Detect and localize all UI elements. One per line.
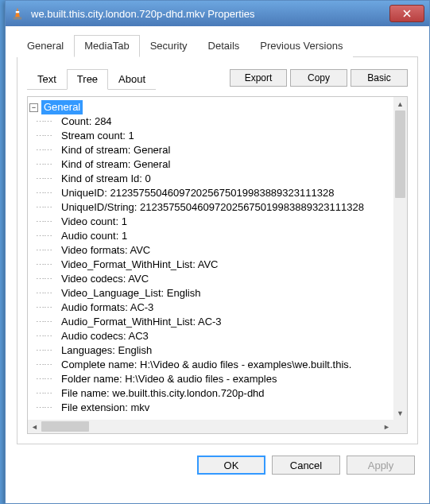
tree-connector-icon: ⋯⋯ <box>36 172 56 186</box>
inner-tab-bar: Text Tree About <box>27 68 156 90</box>
tree-connector-icon: ⋯⋯ <box>36 286 56 300</box>
close-icon <box>403 10 411 17</box>
tree-connector-icon: ⋯⋯ <box>36 186 56 200</box>
tree-item[interactable]: ⋯⋯Kind of stream: General <box>36 143 392 157</box>
tree-connector-icon: ⋯⋯ <box>36 401 56 415</box>
tree-content: − General ⋯⋯Count: 284⋯⋯Stream count: 1⋯… <box>28 97 393 420</box>
tree-item[interactable]: ⋯⋯Video codecs: AVC <box>36 272 392 286</box>
hscroll-track[interactable] <box>41 420 380 433</box>
vscroll-thumb[interactable] <box>395 110 405 198</box>
copy-button[interactable]: Copy <box>290 69 347 87</box>
tree-item[interactable]: ⋯⋯Stream count: 1 <box>36 129 392 143</box>
content-area: General MediaTab Security Details Previo… <box>6 26 429 444</box>
tree-item-label: Complete name: H:\Video & audio files - … <box>61 358 351 372</box>
tree-view[interactable]: − General ⋯⋯Count: 284⋯⋯Stream count: 1⋯… <box>27 96 408 434</box>
tree-item[interactable]: ⋯⋯Audio count: 1 <box>36 229 392 243</box>
vertical-scrollbar[interactable]: ▲ ▼ <box>393 97 407 420</box>
tree-connector-icon: ⋯⋯ <box>36 372 56 386</box>
tree-item-label: Stream count: 1 <box>61 129 134 143</box>
tree-item-label: Audio formats: AC-3 <box>61 300 153 315</box>
cancel-button[interactable]: Cancel <box>272 456 340 475</box>
svg-rect-1 <box>14 17 22 20</box>
close-button[interactable] <box>389 5 424 22</box>
tree-item[interactable]: ⋯⋯File name: we.built.this.city.london.7… <box>36 386 392 401</box>
basic-button[interactable]: Basic <box>351 69 408 87</box>
scroll-right-icon[interactable]: ► <box>380 420 393 433</box>
tree-item-label: Video_Language_List: English <box>61 286 200 300</box>
tree-item-label: Audio count: 1 <box>61 229 127 243</box>
tree-item-label: Kind of stream Id: 0 <box>61 172 151 186</box>
tree-item-label: Kind of stream: General <box>61 143 170 157</box>
action-button-row: Export Copy Basic <box>230 69 408 87</box>
tab-security[interactable]: Security <box>140 35 198 57</box>
tree-item-label: Audio_Format_WithHint_List: AC-3 <box>61 315 222 329</box>
tree-item-label: Kind of stream: General <box>61 157 170 172</box>
mediatab-panel: Text Tree About Export Copy Basic − Gene… <box>17 57 418 444</box>
tree-item-label: Folder name: H:\Video & audio files - ex… <box>61 372 277 386</box>
tree-item-label: UniqueID/String: 21235755046097202567501… <box>61 200 364 215</box>
tree-item[interactable]: ⋯⋯Count: 284 <box>36 114 392 129</box>
tree-item[interactable]: ⋯⋯UniqueID/String: 212357550460972025675… <box>36 200 392 215</box>
tree-connector-icon: ⋯⋯ <box>36 315 56 329</box>
tree-connector-icon: ⋯⋯ <box>36 329 56 343</box>
tree-item[interactable]: ⋯⋯Kind of stream: General <box>36 157 392 172</box>
svg-rect-0 <box>16 11 20 13</box>
tab-mediatab[interactable]: MediaTab <box>74 35 139 57</box>
tree-item[interactable]: ⋯⋯Video_Language_List: English <box>36 286 392 300</box>
tree-item-label: Video codecs: AVC <box>61 272 149 286</box>
dialog-button-row: OK Cancel Apply <box>6 444 429 487</box>
tree-children: ⋯⋯Count: 284⋯⋯Stream count: 1⋯⋯Kind of s… <box>29 114 392 415</box>
tree-connector-icon: ⋯⋯ <box>36 114 56 129</box>
tree-item[interactable]: ⋯⋯File extension: mkv <box>36 401 392 415</box>
tree-root-label[interactable]: General <box>41 100 83 114</box>
tree-connector-icon: ⋯⋯ <box>36 157 56 172</box>
inner-tab-about[interactable]: About <box>108 69 156 90</box>
vscroll-track[interactable] <box>393 110 407 406</box>
apply-button: Apply <box>347 456 415 475</box>
tree-item-label: Count: 284 <box>61 114 112 129</box>
hscroll-thumb[interactable] <box>41 421 89 432</box>
tree-item[interactable]: ⋯⋯Kind of stream Id: 0 <box>36 172 392 186</box>
tree-item-label: Audio codecs: AC3 <box>61 329 149 343</box>
tab-previous-versions[interactable]: Previous Versions <box>250 35 353 57</box>
tree-connector-icon: ⋯⋯ <box>36 129 56 143</box>
tree-connector-icon: ⋯⋯ <box>36 200 56 215</box>
tree-item[interactable]: ⋯⋯Video count: 1 <box>36 215 392 229</box>
scroll-down-icon[interactable]: ▼ <box>393 406 407 420</box>
collapse-icon[interactable]: − <box>29 103 38 112</box>
tree-connector-icon: ⋯⋯ <box>36 258 56 272</box>
window-title: we.built.this.city.london.720p-dhd.mkv P… <box>31 8 389 20</box>
scroll-up-icon[interactable]: ▲ <box>393 97 407 110</box>
tree-connector-icon: ⋯⋯ <box>36 272 56 286</box>
tab-general[interactable]: General <box>17 35 74 57</box>
vlc-icon <box>10 6 25 21</box>
tab-details[interactable]: Details <box>198 35 250 57</box>
tree-item[interactable]: ⋯⋯Video formats: AVC <box>36 243 392 258</box>
scroll-left-icon[interactable]: ◄ <box>28 420 41 433</box>
titlebar[interactable]: we.built.this.city.london.720p-dhd.mkv P… <box>6 1 429 26</box>
tree-root-row[interactable]: − General <box>29 100 392 114</box>
tree-item[interactable]: ⋯⋯Audio codecs: AC3 <box>36 329 392 343</box>
tree-connector-icon: ⋯⋯ <box>36 358 56 372</box>
outer-tab-bar: General MediaTab Security Details Previo… <box>17 34 418 57</box>
tree-item-label: UniqueID: 212357550460972025675019983889… <box>61 186 334 200</box>
tree-item[interactable]: ⋯⋯Video_Format_WithHint_List: AVC <box>36 258 392 272</box>
tree-item[interactable]: ⋯⋯Audio_Format_WithHint_List: AC-3 <box>36 315 392 329</box>
tree-item[interactable]: ⋯⋯Audio formats: AC-3 <box>36 300 392 315</box>
ok-button[interactable]: OK <box>197 456 265 475</box>
tree-item[interactable]: ⋯⋯Languages: English <box>36 343 392 358</box>
horizontal-scrollbar[interactable]: ◄ ► <box>28 420 393 433</box>
tree-item[interactable]: ⋯⋯Folder name: H:\Video & audio files - … <box>36 372 392 386</box>
export-button[interactable]: Export <box>230 69 287 87</box>
inner-tab-tree[interactable]: Tree <box>67 69 108 90</box>
tree-connector-icon: ⋯⋯ <box>36 243 56 258</box>
tree-item[interactable]: ⋯⋯Complete name: H:\Video & audio files … <box>36 358 392 372</box>
tree-connector-icon: ⋯⋯ <box>36 229 56 243</box>
tree-item-label: Video count: 1 <box>61 215 127 229</box>
tree-item-label: File name: we.built.this.city.london.720… <box>61 386 265 401</box>
tree-connector-icon: ⋯⋯ <box>36 143 56 157</box>
properties-dialog: we.built.this.city.london.720p-dhd.mkv P… <box>5 0 430 504</box>
inner-tab-text[interactable]: Text <box>27 69 67 90</box>
tree-item[interactable]: ⋯⋯UniqueID: 2123575504609720256750199838… <box>36 186 392 200</box>
tree-item-label: Languages: English <box>61 343 152 358</box>
